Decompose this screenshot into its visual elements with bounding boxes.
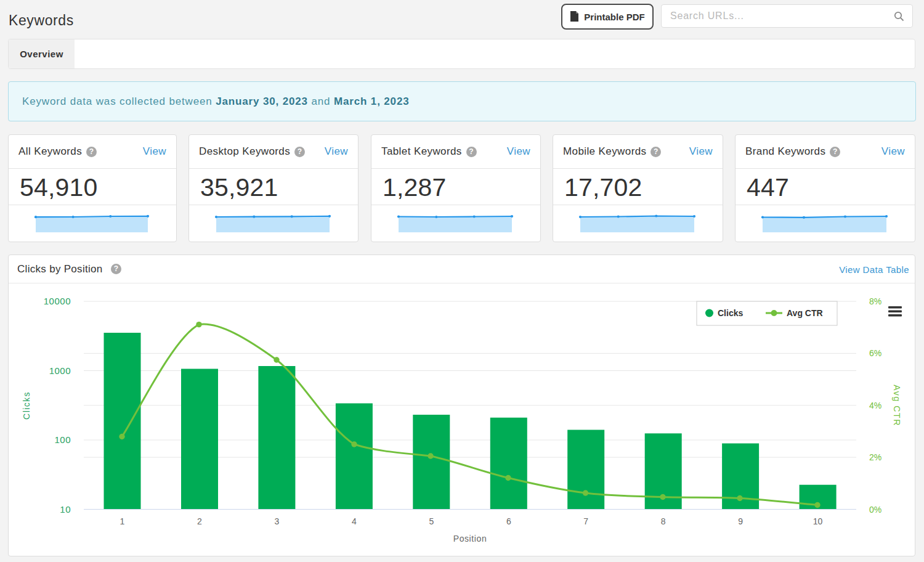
svg-text:6%: 6% <box>869 348 881 358</box>
svg-text:7: 7 <box>583 516 588 526</box>
svg-text:5: 5 <box>429 516 434 526</box>
svg-text:Avg CTR: Avg CTR <box>892 385 902 426</box>
svg-text:1000: 1000 <box>49 365 71 376</box>
svg-text:3: 3 <box>275 516 280 526</box>
svg-text:2: 2 <box>197 516 202 526</box>
svg-text:8%: 8% <box>869 296 881 306</box>
svg-text:0%: 0% <box>869 505 881 515</box>
svg-text:6: 6 <box>506 516 511 526</box>
svg-text:4: 4 <box>352 516 357 526</box>
svg-text:8: 8 <box>661 516 666 526</box>
svg-text:9: 9 <box>738 516 743 526</box>
svg-text:Position: Position <box>453 534 487 544</box>
svg-text:10000: 10000 <box>44 296 71 306</box>
svg-text:Clicks: Clicks <box>22 391 31 420</box>
svg-text:10: 10 <box>60 504 71 515</box>
svg-text:10: 10 <box>813 516 823 526</box>
svg-text:4%: 4% <box>869 401 881 410</box>
svg-text:1: 1 <box>120 516 125 526</box>
svg-text:Avg CTR: Avg CTR <box>787 308 823 318</box>
svg-text:100: 100 <box>54 434 71 445</box>
svg-text:Clicks: Clicks <box>718 308 743 318</box>
svg-text:2%: 2% <box>869 452 881 462</box>
